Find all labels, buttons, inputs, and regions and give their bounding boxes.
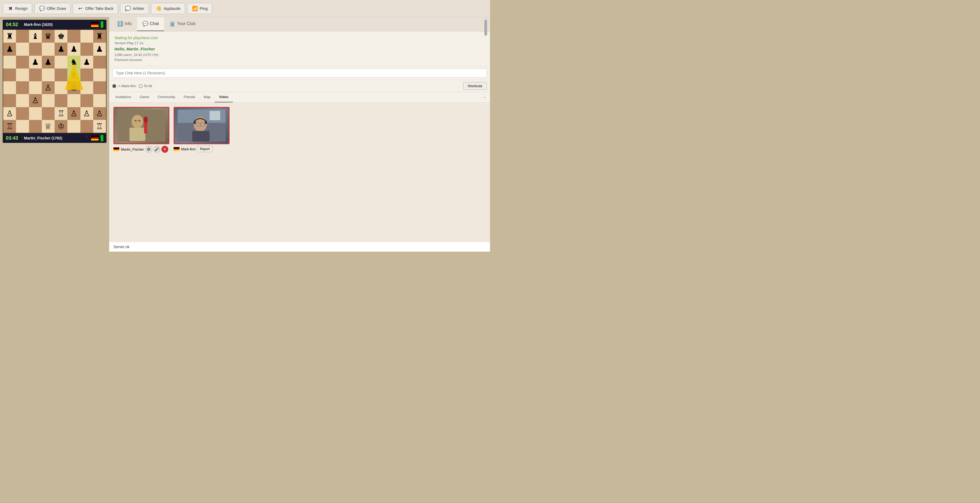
server-status-bar: Server ok (109, 242, 490, 252)
board-cell[interactable] (55, 81, 67, 94)
board-cell[interactable] (3, 81, 16, 94)
tab-chat[interactable]: 💬 Chat (137, 17, 164, 31)
board-cell[interactable] (42, 94, 55, 107)
board-cell[interactable] (16, 30, 29, 43)
board-cell[interactable]: ♟ (3, 43, 16, 56)
sub-tab-video[interactable]: Video (215, 92, 232, 102)
sub-tab-map[interactable]: Map (199, 92, 215, 102)
player1-close-btn[interactable]: ✕ (161, 146, 168, 153)
chess-piece: ♕ (45, 122, 52, 130)
sub-tab-friends[interactable]: Friends (180, 92, 199, 102)
board-cell[interactable] (80, 120, 93, 133)
board-cell[interactable] (3, 69, 16, 81)
board-cell[interactable]: ♛ (42, 30, 55, 43)
board-cell[interactable]: ♟ (55, 43, 67, 56)
board-cell[interactable]: ♚ (55, 30, 67, 43)
board-cell[interactable]: ♙ (67, 81, 80, 94)
board-cell[interactable]: ♗ (67, 69, 80, 81)
tab-info[interactable]: ℹ️ Info (112, 17, 137, 31)
board-cell[interactable] (93, 56, 106, 69)
board-cell[interactable] (67, 120, 80, 133)
board-cell[interactable] (80, 69, 93, 81)
board-cell[interactable] (42, 43, 55, 56)
board-cell[interactable]: ♜ (93, 30, 106, 43)
sub-tabs-more[interactable]: – (481, 92, 488, 102)
video-placeholder-player1 (114, 108, 169, 144)
board-cell[interactable] (55, 69, 67, 81)
board-cell[interactable]: ♖ (55, 107, 67, 120)
sub-tab-invitations[interactable]: Invitations (111, 92, 135, 102)
board-cell[interactable] (67, 94, 80, 107)
tab-your-club[interactable]: 🏛️ Your Club (164, 17, 201, 31)
chat-input[interactable] (112, 69, 487, 78)
board-cell[interactable] (16, 107, 29, 120)
board-cell[interactable] (29, 43, 42, 56)
chess-piece: ♙ (70, 84, 78, 92)
report-button[interactable]: Report (197, 146, 213, 152)
ping-button[interactable]: 📶 Ping (187, 3, 212, 14)
offer-draw-button[interactable]: 💬 Offer Draw (34, 3, 71, 14)
board-cell[interactable]: ♙ (42, 81, 55, 94)
board-cell[interactable]: ♙ (67, 107, 80, 120)
board-cell[interactable]: ♟ (67, 43, 80, 56)
board-cell[interactable] (29, 69, 42, 81)
board-cell[interactable] (80, 81, 93, 94)
board-cell[interactable] (16, 81, 29, 94)
board-cell[interactable]: ♖ (3, 120, 16, 133)
board-cell[interactable]: ♕ (42, 120, 55, 133)
player1-settings-btn[interactable]: ⚙ (145, 146, 152, 153)
board-cell[interactable]: ♟ (93, 43, 106, 56)
board-cell[interactable] (16, 43, 29, 56)
board-cell[interactable]: ♖ (93, 120, 106, 133)
board-cell[interactable] (80, 30, 93, 43)
board-cell[interactable] (42, 107, 55, 120)
board-cell[interactable] (55, 94, 67, 107)
board-cell[interactable] (93, 81, 106, 94)
board-cell[interactable] (29, 120, 42, 133)
board-cell[interactable] (93, 69, 106, 81)
board-cell[interactable] (93, 94, 106, 107)
board-cell[interactable]: ♙ (93, 107, 106, 120)
applaude-button[interactable]: 👋 Applaude (151, 3, 185, 14)
board-cell[interactable]: ♙ (80, 107, 93, 120)
offer-takeback-button[interactable]: ↩ Offer Take Back (73, 3, 118, 14)
board-cell[interactable] (80, 43, 93, 56)
sub-tab-community[interactable]: Community (153, 92, 180, 102)
arbiter-icon: 💭 (125, 5, 131, 12)
board-cell[interactable] (16, 56, 29, 69)
board-cell[interactable] (16, 94, 29, 107)
board-cell[interactable] (3, 56, 16, 69)
radio-to-all[interactable]: To All (139, 84, 152, 88)
board-cell[interactable] (3, 94, 16, 107)
board-cell[interactable]: ♙ (29, 94, 42, 107)
board-cell[interactable]: ♔ (55, 120, 67, 133)
chess-board[interactable]: ♜♝♛♚♜♟♟♟♟♟♟♞♟♗♙♙♙♙♖♙♙♙♖♕♔♖ (3, 29, 107, 133)
board-cell[interactable]: ♟ (29, 56, 42, 69)
board-cell[interactable] (16, 69, 29, 81)
board-cell[interactable] (42, 69, 55, 81)
board-cell[interactable] (67, 30, 80, 43)
video-card-player1: Martin_Fischer ⚙ 🎤 ✕ (113, 107, 169, 238)
board-cell[interactable]: ♝ (29, 30, 42, 43)
chess-piece: ♚ (57, 32, 65, 40)
shortcuts-button[interactable]: Shortcuts (463, 82, 487, 90)
board-cell[interactable] (29, 81, 42, 94)
board-cell[interactable]: ♟ (80, 56, 93, 69)
radio-mark-finn-circle (112, 84, 116, 88)
board-cell[interactable] (29, 107, 42, 120)
ping-label: Ping (200, 6, 208, 11)
right-scrollbar[interactable] (484, 17, 487, 31)
board-cell[interactable] (55, 56, 67, 69)
board-cell[interactable]: ♙ (3, 107, 16, 120)
player1-mic-btn[interactable]: 🎤 (153, 146, 160, 153)
arbiter-button[interactable]: 💭 Arbiter (120, 3, 149, 14)
board-cell[interactable]: ♞ (67, 56, 80, 69)
board-cell[interactable]: ♟ (42, 56, 55, 69)
board-cell[interactable]: ♜ (3, 30, 16, 43)
board-cell[interactable] (80, 94, 93, 107)
chess-piece: ♟ (70, 45, 78, 53)
radio-mark-finn[interactable]: -> Mark-finn (112, 84, 136, 88)
board-cell[interactable] (16, 120, 29, 133)
resign-button[interactable]: ✖ Resign (3, 3, 32, 14)
sub-tab-game[interactable]: Game (135, 92, 153, 102)
